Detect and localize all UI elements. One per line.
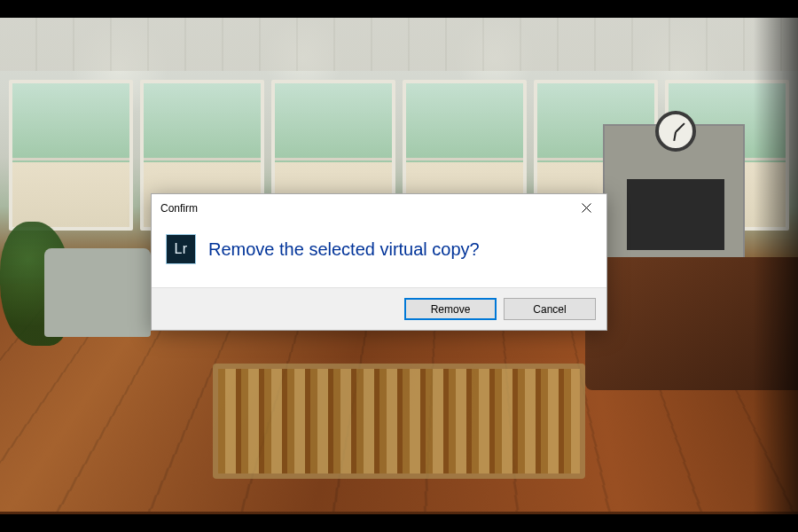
lightroom-icon: Lr [166, 234, 196, 264]
area-rug [213, 364, 585, 479]
armchair-decor [44, 248, 151, 337]
dialog-footer: Remove Cancel [152, 287, 606, 330]
window-panel [9, 80, 133, 231]
close-icon [582, 203, 591, 213]
vignette-right [754, 18, 798, 514]
remove-button[interactable]: Remove [404, 298, 497, 320]
confirm-dialog: Confirm Lr Remove the selected virtual c… [151, 193, 607, 331]
dialog-titlebar[interactable]: Confirm [152, 194, 606, 222]
dialog-body: Lr Remove the selected virtual copy? [152, 222, 606, 287]
dialog-message: Remove the selected virtual copy? [208, 234, 480, 262]
dialog-title: Confirm [160, 202, 198, 215]
close-button[interactable] [567, 195, 606, 222]
wall-clock-icon [655, 111, 696, 152]
ceiling-decor [0, 18, 798, 71]
cancel-button[interactable]: Cancel [504, 298, 596, 320]
